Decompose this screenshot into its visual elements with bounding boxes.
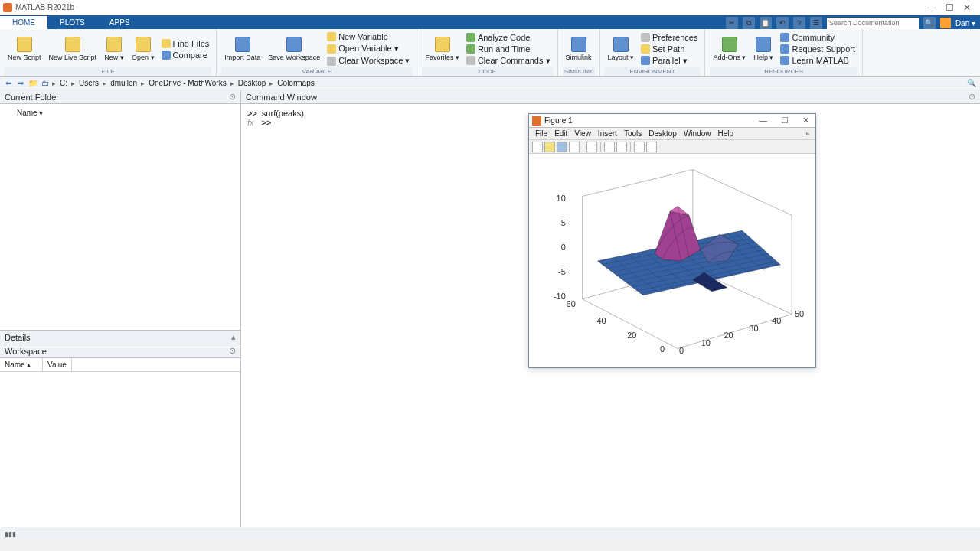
cf-name-column[interactable]: Name ▾: [3, 107, 237, 119]
figure-window[interactable]: Figure 1 — ☐ ✕ File Edit View Insert Too…: [528, 113, 816, 368]
ws-name-column[interactable]: Name ▴: [0, 358, 43, 371]
figure-menu-window[interactable]: Window: [681, 129, 714, 139]
undo-icon[interactable]: ↶: [776, 17, 789, 29]
parallel-button[interactable]: Parallel ▾: [639, 55, 700, 67]
help-icon[interactable]: ?: [793, 17, 805, 29]
figure-minimize-button[interactable]: —: [756, 116, 770, 126]
nav-back-icon[interactable]: ⬅: [3, 78, 14, 89]
group-environment-label: ENVIRONMENT: [605, 67, 701, 76]
addr-search-icon[interactable]: 🔍: [966, 78, 977, 89]
preferences-button[interactable]: Preferences: [639, 32, 700, 43]
simulink-button[interactable]: Simulink: [563, 31, 595, 67]
compare-button[interactable]: Compare: [159, 50, 212, 60]
run-and-time-button[interactable]: Run and Time: [464, 44, 553, 54]
request-support-button[interactable]: Request Support: [778, 44, 858, 54]
favorites-button[interactable]: Favorites ▾: [422, 31, 462, 67]
figure-menu-insert[interactable]: Insert: [595, 129, 620, 139]
ws-value-column[interactable]: Value: [43, 358, 72, 371]
clear-commands-button[interactable]: Clear Commands ▾: [464, 55, 553, 67]
left-column: Current Folder ⊙ Name ▾ Details ▴ Worksp…: [0, 90, 241, 527]
fig-new-icon[interactable]: [532, 142, 543, 152]
new-variable-button[interactable]: New Variable: [325, 31, 412, 42]
open-button[interactable]: Open ▾: [129, 31, 158, 67]
nav-fwd-icon[interactable]: ➡: [15, 78, 26, 89]
current-folder-actions-icon[interactable]: ⊙: [229, 92, 236, 102]
details-header[interactable]: Details ▴: [0, 331, 240, 344]
fx-icon[interactable]: fx: [247, 118, 254, 127]
workspace-body[interactable]: Name ▴ Value: [0, 358, 240, 527]
save-workspace-button[interactable]: Save Workspace: [265, 31, 323, 67]
cut-icon[interactable]: ✂: [726, 17, 738, 29]
figure-toolbar: [529, 140, 815, 154]
figure-menu-view[interactable]: View: [571, 129, 594, 139]
import-data-button[interactable]: Import Data: [221, 31, 263, 67]
figure-menu-tools[interactable]: Tools: [621, 129, 645, 139]
set-path-button[interactable]: Set Path: [639, 44, 700, 54]
svg-text:40: 40: [596, 316, 606, 325]
help-button[interactable]: Help ▾: [750, 31, 776, 67]
figure-menu-help[interactable]: Help: [715, 129, 737, 139]
crumb-user[interactable]: dmullen: [108, 79, 139, 87]
surface-plot-svg: 10 5 0 -5 -10 60 40 20 0 0 10 20 30 40 5…: [529, 154, 815, 367]
fig-rotate-icon[interactable]: [604, 142, 615, 152]
find-files-button[interactable]: Find Files: [159, 38, 212, 49]
fig-insert-icon[interactable]: [634, 142, 645, 152]
user-menu[interactable]: Dan ▾: [956, 19, 975, 28]
figure-titlebar[interactable]: Figure 1 — ☐ ✕: [529, 114, 815, 128]
current-folder-body[interactable]: Name ▾: [0, 104, 240, 331]
new-live-script-button[interactable]: New Live Script: [46, 31, 100, 67]
fig-print-icon[interactable]: [569, 142, 580, 152]
current-folder-header[interactable]: Current Folder ⊙: [0, 90, 240, 104]
home-toolstrip: New Script New Live Script New ▾ Open ▾ …: [0, 29, 980, 77]
close-button[interactable]: ✕: [963, 2, 971, 13]
search-button[interactable]: 🔍: [923, 17, 936, 29]
figure-axes[interactable]: 10 5 0 -5 -10 60 40 20 0 0 10 20 30 40 5…: [529, 154, 815, 367]
workspace-actions-icon[interactable]: ⊙: [229, 346, 236, 356]
tab-home[interactable]: HOME: [0, 16, 47, 29]
tab-apps[interactable]: APPS: [97, 16, 142, 29]
tab-plots[interactable]: PLOTS: [47, 16, 97, 29]
figure-menu-edit[interactable]: Edit: [551, 129, 570, 139]
crumb-users[interactable]: Users: [77, 79, 101, 87]
group-variable-label: VARIABLE: [221, 67, 412, 76]
svg-text:60: 60: [567, 299, 576, 308]
search-documentation-input[interactable]: [827, 18, 919, 29]
fig-datacursor-icon[interactable]: [616, 142, 627, 152]
command-window-header[interactable]: Command Window ⊙: [241, 90, 980, 104]
nav-browse-icon[interactable]: 🗀: [40, 78, 51, 89]
maximize-button[interactable]: ☐: [946, 2, 954, 13]
crumb-onedrive[interactable]: OneDrive - MathWorks: [146, 79, 229, 87]
cmd-prompt-current: >>: [262, 118, 272, 127]
fig-save-icon[interactable]: [557, 142, 567, 152]
learn-matlab-button[interactable]: Learn MATLAB: [778, 55, 858, 66]
nav-up-icon[interactable]: 📁: [28, 78, 38, 89]
fig-open-icon[interactable]: [544, 142, 555, 152]
notif-icon[interactable]: ☰: [810, 17, 822, 29]
copy-icon[interactable]: ⧉: [743, 17, 755, 29]
command-window-actions-icon[interactable]: ⊙: [969, 92, 975, 102]
workspace-header[interactable]: Workspace ⊙: [0, 344, 240, 358]
analyze-code-button[interactable]: Analyze Code: [464, 32, 553, 43]
paste-icon[interactable]: 📋: [760, 17, 772, 29]
community-button[interactable]: Community: [778, 32, 858, 43]
figure-close-button[interactable]: ✕: [799, 116, 812, 126]
workspace-title: Workspace: [5, 347, 47, 356]
new-script-button[interactable]: New Script: [5, 31, 44, 67]
clear-workspace-button[interactable]: Clear Workspace ▾: [325, 55, 412, 67]
details-expand-icon[interactable]: ▴: [231, 332, 236, 342]
figure-maximize-button[interactable]: ☐: [778, 116, 792, 126]
crumb-desktop[interactable]: Desktop: [236, 79, 269, 87]
figure-menu-file[interactable]: File: [532, 129, 550, 139]
figure-menu-overflow-icon[interactable]: »: [802, 129, 812, 139]
figure-menu-desktop[interactable]: Desktop: [645, 129, 680, 139]
minimize-button[interactable]: —: [927, 2, 936, 13]
crumb-folder[interactable]: Colormaps: [275, 79, 316, 87]
open-variable-button[interactable]: Open Variable ▾: [325, 43, 412, 54]
crumb-drive[interactable]: C:: [57, 79, 70, 87]
layout-button[interactable]: Layout ▾: [605, 31, 638, 67]
new-button[interactable]: New ▾: [101, 31, 127, 67]
fig-edit-icon[interactable]: [586, 142, 597, 152]
user-avatar-icon[interactable]: [940, 18, 951, 28]
addons-button[interactable]: Add-Ons ▾: [710, 31, 749, 67]
fig-colorbar-icon[interactable]: [646, 142, 657, 152]
